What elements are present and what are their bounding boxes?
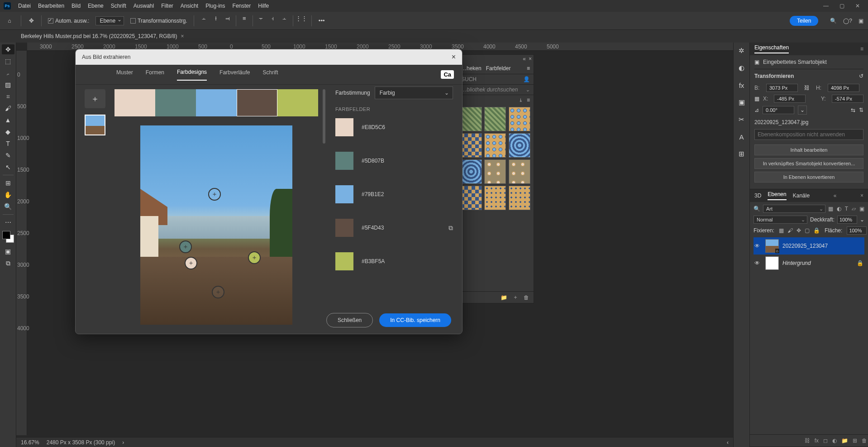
panel-menu-icon[interactable]: ≡	[860, 46, 863, 52]
align-full-icon[interactable]: ≡	[241, 15, 248, 22]
zoom-tool[interactable]: 🔍	[2, 202, 14, 211]
swatch[interactable]	[335, 118, 353, 136]
zoom-value[interactable]: 16.67%	[21, 439, 39, 446]
ref-point-icon[interactable]: ▦	[754, 96, 759, 102]
search-icon[interactable]: 🔍	[830, 18, 837, 24]
home-icon[interactable]: ⌂	[5, 16, 14, 25]
flip-v-icon[interactable]: ⇅	[859, 107, 863, 113]
lock-pos-icon[interactable]: ✥	[796, 227, 801, 234]
screen-mode-icon[interactable]: ⧉	[2, 258, 14, 268]
palette-swatch-selected[interactable]	[237, 89, 277, 116]
tab-3d[interactable]: 3D	[754, 192, 761, 199]
layer-thumb[interactable]	[765, 239, 779, 253]
height-input[interactable]	[828, 84, 859, 92]
maximize-icon[interactable]: ▢	[839, 3, 844, 9]
adjustments-icon[interactable]: ◐	[737, 63, 747, 72]
palette-swatch[interactable]	[196, 89, 237, 116]
frame-tool[interactable]: ⊞	[2, 178, 14, 188]
palette-swatch[interactable]	[114, 89, 155, 116]
minimize-icon[interactable]: ―	[823, 3, 829, 9]
distribute-top-icon[interactable]: ⫟	[258, 15, 265, 22]
menu-file[interactable]: Datei	[18, 3, 31, 9]
filter-pixel-icon[interactable]: ▦	[828, 206, 833, 212]
visibility-icon[interactable]: 👁	[754, 260, 762, 266]
auto-select-target[interactable]: Ebene	[95, 16, 124, 25]
distribute-bottom-icon[interactable]: ⫠	[281, 15, 288, 22]
workspace-icon[interactable]: ▣	[858, 18, 863, 24]
menu-select[interactable]: Auswahl	[134, 3, 154, 9]
distribute-spacing-icon[interactable]: ⋮⋮	[298, 15, 305, 22]
layer-name[interactable]: 20220925_123047	[782, 243, 863, 249]
mood-select[interactable]: Farbig	[375, 87, 453, 99]
document-tab-close-icon[interactable]: ×	[181, 33, 184, 39]
filter-type-icon[interactable]: T	[845, 206, 848, 212]
actions-icon[interactable]: ▣	[737, 98, 747, 107]
pen-tool[interactable]: ✎	[2, 150, 14, 160]
color-picker-handle[interactable]: ＋	[208, 188, 221, 201]
layer-comp-select[interactable]: Ebenenkomposition nicht anwenden	[754, 129, 863, 140]
panel-menu-icon[interactable]: «	[834, 192, 837, 199]
properties-tab[interactable]: Eigenschaften	[754, 44, 789, 53]
palette-swatch[interactable]	[155, 89, 196, 116]
transform-controls-checkbox[interactable]: Transformationsstrg.	[130, 18, 187, 24]
menu-view[interactable]: Ansicht	[181, 3, 198, 9]
swatch[interactable]	[335, 152, 353, 170]
chevron-down-icon[interactable]: ⌄	[525, 87, 530, 93]
link-wh-icon[interactable]: ⛓	[804, 85, 810, 91]
pattern-thumb[interactable]	[460, 186, 482, 210]
dialog-close-icon[interactable]: ×	[452, 53, 456, 61]
lib-tab-libraries[interactable]: …heken	[461, 65, 482, 72]
move-tool[interactable]: ✥	[2, 44, 14, 54]
swatch-hex[interactable]: #79B1E2	[362, 191, 384, 197]
color-picker-handle[interactable]: ＋	[212, 286, 224, 298]
pattern-thumb[interactable]	[484, 107, 506, 131]
delete-icon[interactable]: 🗑	[862, 437, 867, 444]
menu-type[interactable]: Schrift	[111, 3, 126, 9]
dialog-close-button[interactable]: Schließen	[326, 313, 373, 327]
pattern-thumb[interactable]	[509, 133, 530, 158]
filter-adjust-icon[interactable]: ◐	[837, 206, 841, 212]
tab-channels[interactable]: Kanäle	[793, 192, 810, 199]
layer-thumb[interactable]	[765, 256, 779, 270]
color-picker-handle[interactable]: ＋	[179, 240, 192, 253]
convert-layers-button[interactable]: In Ebenen konvertieren	[754, 172, 863, 183]
color-picker-handle[interactable]: ＋	[248, 251, 261, 264]
tab-shapes[interactable]: Formen	[146, 69, 164, 80]
adjustment-icon[interactable]: ◐	[832, 437, 837, 444]
crop-tool[interactable]: ⌗	[2, 91, 14, 101]
quick-mask-icon[interactable]: ▣	[2, 246, 14, 256]
swatch-hex[interactable]: #5F4D43	[362, 225, 384, 231]
dialog-save-button[interactable]: In CC-Bib. speichern	[379, 313, 451, 327]
eraser-tool[interactable]: ◆	[2, 127, 14, 137]
more-options-icon[interactable]: •••	[318, 18, 325, 24]
marquee-tool[interactable]: ⬚	[2, 56, 14, 66]
pattern-thumb[interactable]	[460, 133, 482, 158]
brush-tool[interactable]: 🖌	[2, 103, 14, 113]
pattern-thumb[interactable]	[509, 159, 530, 184]
new-layer-icon[interactable]: ⊞	[853, 437, 857, 444]
lib-sort-icon[interactable]: ⫰	[520, 97, 522, 103]
panel-close-icon[interactable]: ×	[860, 192, 863, 199]
stamp-tool[interactable]: ▲	[2, 115, 14, 125]
doc-dimensions[interactable]: 2480 Px x 3508 Px (300 ppi)	[47, 439, 115, 446]
close-icon[interactable]: ✕	[855, 3, 860, 9]
path-select-tool[interactable]: ↖	[2, 162, 14, 172]
pattern-thumb[interactable]	[484, 186, 506, 210]
lock-pixels-icon[interactable]: ▦	[779, 227, 784, 234]
tab-color-themes[interactable]: Farbdesigns	[177, 69, 207, 81]
auto-select-checkbox[interactable]: Autom. ausw.:	[48, 18, 89, 24]
swatch-hex[interactable]: #5D807B	[362, 158, 384, 164]
menu-edit[interactable]: Bearbeiten	[38, 3, 64, 9]
scroll-left-icon[interactable]: ‹	[727, 439, 729, 446]
swatch[interactable]	[335, 185, 353, 203]
tab-layers[interactable]: Ebenen	[768, 191, 786, 200]
swatch-hex[interactable]: #B3BF5A	[362, 258, 385, 264]
search-scope[interactable]: SUCH	[461, 76, 523, 82]
navigator-icon[interactable]: ✲	[737, 46, 747, 55]
y-input[interactable]	[832, 95, 863, 103]
search-icon[interactable]: 🔍	[754, 206, 760, 212]
x-input[interactable]	[774, 95, 806, 103]
link-layers-icon[interactable]: ⛓	[805, 437, 810, 444]
user-icon[interactable]: 👤	[523, 76, 530, 82]
help-icon[interactable]: ◯?	[843, 18, 852, 24]
